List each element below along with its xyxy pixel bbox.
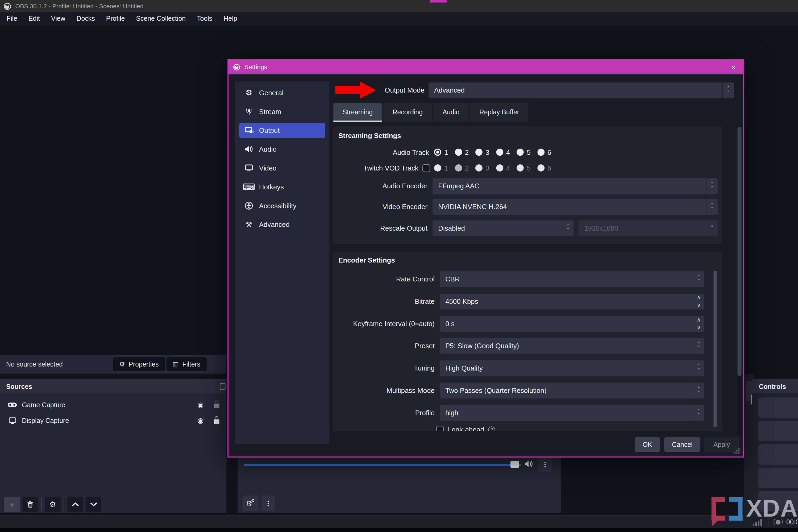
ok-button[interactable]: OK — [635, 437, 660, 452]
profile-select[interactable]: high ˄˅ — [440, 405, 704, 421]
dialog-titlebar[interactable]: Settings × — [228, 60, 743, 75]
video-encoder-select[interactable]: NVIDIA NVENC H.264 ˄˅ — [433, 199, 717, 215]
look-ahead-checkbox[interactable] — [436, 426, 444, 431]
tab-streaming[interactable]: Streaming — [333, 103, 382, 121]
tab-replay-buffer[interactable]: Replay Buffer — [470, 103, 528, 121]
rate-control-select[interactable]: CBR ˄˅ — [440, 271, 704, 287]
chevron-updown-icon[interactable]: ˄˅ — [693, 405, 704, 421]
volume-slider-handle[interactable] — [510, 461, 519, 468]
vod-track-radio-3[interactable] — [475, 165, 482, 172]
chevron-updown-icon[interactable]: ˄˅ — [706, 178, 718, 194]
settings-sidebar: ⚙ General Stream Output Audio — [235, 81, 329, 444]
control-button[interactable] — [758, 397, 798, 418]
menu-file[interactable]: File — [1, 12, 23, 25]
menu-scene-collection[interactable]: Scene Collection — [130, 12, 191, 25]
multipass-mode-select[interactable]: Two Passes (Quarter Resolution) ˄˅ — [440, 383, 704, 398]
move-up-button[interactable] — [67, 497, 83, 512]
advanced-audio-properties-button[interactable]: ⚙⚙ — [243, 496, 258, 511]
lock-icon[interactable] — [214, 419, 220, 424]
chevron-updown-icon[interactable]: ˄˅ — [706, 199, 718, 215]
menu-view[interactable]: View — [45, 12, 71, 25]
gear-icon: ⚙ — [119, 360, 125, 368]
group-heading: Streaming Settings — [338, 132, 401, 140]
move-down-button[interactable] — [86, 497, 101, 512]
sidebar-item-hotkeys[interactable]: ⌨ Hotkeys — [239, 179, 325, 194]
vod-track-radio-1[interactable] — [434, 165, 441, 172]
vod-track-radio-4[interactable] — [496, 165, 503, 172]
tab-audio[interactable]: Audio — [433, 103, 469, 121]
monitor-icon — [243, 165, 255, 172]
chevron-updown-icon[interactable]: ˄˅ — [693, 360, 704, 376]
menu-docks[interactable]: Docks — [71, 12, 100, 25]
chevron-updown-icon[interactable]: ˄˅ — [693, 271, 704, 287]
mixer-kebab-menu-button[interactable]: ⋮ — [538, 457, 552, 472]
sidebar-item-advanced[interactable]: ⚒ Advanced — [239, 217, 325, 232]
list-item[interactable]: Game Capture ◉ — [0, 397, 226, 412]
rescale-output-select[interactable]: Disabled ˄˅ — [433, 220, 573, 236]
spinner-arrows-icon[interactable]: ∧∨ — [693, 316, 704, 332]
sidebar-item-accessibility[interactable]: Accessibility — [239, 198, 325, 213]
control-button[interactable] — [758, 421, 798, 441]
menu-tools[interactable]: Tools — [191, 12, 218, 25]
audio-track-radio-4[interactable] — [496, 149, 503, 156]
bitrate-spinbox[interactable]: 4500 Kbps ∧∨ — [440, 294, 704, 309]
sidebar-item-audio[interactable]: Audio — [239, 141, 325, 157]
video-encoder-row: Video Encoder NVIDIA NVENC H.264 ˄˅ — [333, 199, 722, 215]
accessibility-person-icon — [243, 202, 255, 210]
resize-grip[interactable] — [738, 453, 740, 454]
properties-button[interactable]: ⚙ Properties — [113, 357, 165, 371]
control-button[interactable] — [758, 468, 798, 488]
menu-help[interactable]: Help — [218, 12, 243, 25]
controls-panel-header: Controls — [752, 379, 798, 394]
mixer-options-kebab-button[interactable]: ⋮ — [262, 496, 275, 511]
menu-profile[interactable]: Profile — [100, 12, 131, 25]
tab-recording[interactable]: Recording — [383, 103, 432, 121]
audio-track-radio-5[interactable] — [517, 149, 524, 156]
vod-track-radio-2[interactable] — [455, 165, 462, 172]
sidebar-item-stream[interactable]: Stream — [239, 104, 325, 119]
list-item[interactable]: Display Capture ◉ — [0, 413, 226, 428]
copy-icon[interactable] — [220, 383, 226, 390]
chevron-updown-icon[interactable]: ˄˅ — [693, 383, 704, 398]
apply-button[interactable]: Apply — [704, 437, 739, 452]
preset-select[interactable]: P5: Slow (Good Quality) ˄˅ — [440, 338, 704, 354]
sidebar-item-output[interactable]: Output — [239, 122, 325, 138]
sidebar-item-general[interactable]: ⚙ General — [239, 85, 325, 100]
twitch-vod-checkbox[interactable] — [422, 164, 430, 172]
dialog-scrollbar-thumb[interactable] — [737, 127, 741, 376]
vod-track-radio-6[interactable] — [537, 165, 545, 172]
output-mode-select[interactable]: Advanced ˄˅ — [429, 82, 734, 98]
source-properties-button[interactable]: ⚙ — [45, 497, 60, 512]
control-button[interactable] — [758, 444, 798, 465]
visibility-eye-icon[interactable]: ◉ — [197, 401, 204, 409]
lock-icon[interactable] — [214, 403, 220, 408]
audio-track-radio-6[interactable] — [537, 149, 545, 156]
close-icon[interactable]: × — [724, 60, 743, 75]
speaker-icon[interactable] — [524, 460, 533, 470]
volume-slider[interactable] — [244, 464, 521, 466]
output-tabs: Streaming Recording Audio Replay Buffer — [333, 103, 528, 121]
chevron-updown-icon[interactable]: ˄˅ — [693, 338, 704, 354]
keyframe-interval-spinbox[interactable]: 0 s ∧∨ — [440, 316, 704, 332]
add-source-button[interactable]: + — [4, 497, 20, 512]
audio-encoder-select[interactable]: FFmpeg AAC ˄˅ — [433, 178, 717, 194]
filters-button[interactable]: ▥ Filters — [167, 357, 207, 371]
chevron-updown-icon[interactable]: ˄˅ — [722, 82, 734, 98]
sidebar-item-video[interactable]: Video — [239, 160, 325, 175]
encoder-scrollbar-thumb[interactable] — [714, 271, 717, 427]
chevron-down-icon[interactable]: ˅ — [706, 220, 718, 236]
remove-source-button[interactable] — [22, 497, 38, 512]
tuning-select[interactable]: High Quality ˄˅ — [440, 360, 704, 376]
rescale-resolution-select[interactable]: 1920x1080 ˅ — [578, 220, 717, 236]
multipass-mode-row: Multipass Mode Two Passes (Quarter Resol… — [333, 383, 722, 398]
vod-track-radio-5[interactable] — [517, 165, 524, 172]
audio-track-radio-2[interactable] — [455, 149, 462, 156]
cancel-button[interactable]: Cancel — [664, 437, 700, 452]
audio-track-radio-1[interactable] — [434, 149, 441, 156]
chevron-updown-icon[interactable]: ˄˅ — [562, 220, 573, 236]
visibility-eye-icon[interactable]: ◉ — [197, 416, 204, 424]
audio-track-radio-3[interactable] — [475, 149, 482, 156]
dialog-scrollbar[interactable] — [737, 127, 741, 436]
spinner-arrows-icon[interactable]: ∧∨ — [693, 294, 704, 309]
menu-edit[interactable]: Edit — [23, 12, 45, 25]
